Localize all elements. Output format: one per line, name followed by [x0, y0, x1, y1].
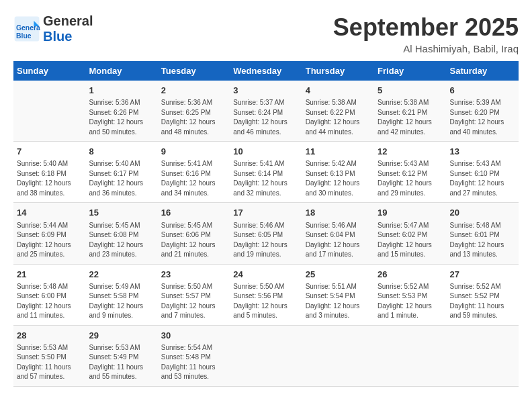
- day-number: 19: [378, 207, 443, 219]
- day-info: Sunrise: 5:36 AM Sunset: 6:26 PM Dayligh…: [89, 98, 154, 137]
- day-info: Sunrise: 5:36 AM Sunset: 6:25 PM Dayligh…: [161, 98, 226, 137]
- day-number: 8: [89, 146, 154, 158]
- calendar-cell: [230, 325, 302, 386]
- day-info: Sunrise: 5:41 AM Sunset: 6:14 PM Dayligh…: [233, 159, 298, 198]
- day-number: 25: [306, 269, 371, 281]
- calendar-cell: [13, 81, 85, 142]
- calendar-cell: 28Sunrise: 5:53 AM Sunset: 5:50 PM Dayli…: [13, 325, 85, 386]
- calendar-cell: 21Sunrise: 5:48 AM Sunset: 6:00 PM Dayli…: [13, 264, 85, 325]
- calendar-cell: 4Sunrise: 5:38 AM Sunset: 6:22 PM Daylig…: [302, 81, 374, 142]
- day-info: Sunrise: 5:46 AM Sunset: 6:05 PM Dayligh…: [233, 221, 298, 260]
- day-info: Sunrise: 5:54 AM Sunset: 5:48 PM Dayligh…: [161, 343, 226, 382]
- calendar-cell: 14Sunrise: 5:44 AM Sunset: 6:09 PM Dayli…: [13, 203, 85, 264]
- day-info: Sunrise: 5:43 AM Sunset: 6:10 PM Dayligh…: [450, 159, 515, 198]
- week-row-5: 28Sunrise: 5:53 AM Sunset: 5:50 PM Dayli…: [13, 325, 519, 386]
- calendar-cell: 1Sunrise: 5:36 AM Sunset: 6:26 PM Daylig…: [85, 81, 157, 142]
- calendar-cell: 8Sunrise: 5:40 AM Sunset: 6:17 PM Daylig…: [85, 142, 157, 203]
- calendar-cell: 5Sunrise: 5:38 AM Sunset: 6:21 PM Daylig…: [374, 81, 446, 142]
- day-info: Sunrise: 5:53 AM Sunset: 5:50 PM Dayligh…: [17, 343, 82, 382]
- day-number: 14: [17, 207, 82, 219]
- day-number: 22: [89, 269, 154, 281]
- day-number: 27: [450, 269, 515, 281]
- day-info: Sunrise: 5:40 AM Sunset: 6:17 PM Dayligh…: [89, 159, 154, 198]
- week-row-2: 7Sunrise: 5:40 AM Sunset: 6:18 PM Daylig…: [13, 142, 519, 203]
- header-day-sunday: Sunday: [13, 61, 85, 81]
- day-number: 15: [89, 207, 154, 219]
- day-number: 30: [161, 330, 226, 342]
- day-number: 26: [378, 269, 443, 281]
- day-number: 12: [378, 146, 443, 158]
- calendar-cell: 13Sunrise: 5:43 AM Sunset: 6:10 PM Dayli…: [447, 142, 519, 203]
- day-number: 11: [306, 146, 371, 158]
- day-info: Sunrise: 5:50 AM Sunset: 5:56 PM Dayligh…: [233, 282, 298, 321]
- day-info: Sunrise: 5:45 AM Sunset: 6:06 PM Dayligh…: [161, 221, 226, 260]
- day-info: Sunrise: 5:41 AM Sunset: 6:16 PM Dayligh…: [161, 159, 226, 198]
- calendar-cell: [302, 325, 374, 386]
- day-number: 29: [89, 330, 154, 342]
- calendar-cell: [447, 325, 519, 386]
- week-row-3: 14Sunrise: 5:44 AM Sunset: 6:09 PM Dayli…: [13, 203, 519, 264]
- calendar-cell: [374, 325, 446, 386]
- calendar-cell: 16Sunrise: 5:45 AM Sunset: 6:06 PM Dayli…: [158, 203, 230, 264]
- month-title: September 2025: [333, 13, 519, 42]
- calendar-cell: 18Sunrise: 5:46 AM Sunset: 6:04 PM Dayli…: [302, 203, 374, 264]
- calendar-cell: 3Sunrise: 5:37 AM Sunset: 6:24 PM Daylig…: [230, 81, 302, 142]
- calendar-cell: 15Sunrise: 5:45 AM Sunset: 6:08 PM Dayli…: [85, 203, 157, 264]
- day-info: Sunrise: 5:38 AM Sunset: 6:22 PM Dayligh…: [306, 98, 371, 137]
- day-number: 3: [233, 85, 298, 97]
- calendar-cell: 19Sunrise: 5:47 AM Sunset: 6:02 PM Dayli…: [374, 203, 446, 264]
- day-number: 20: [450, 207, 515, 219]
- day-info: Sunrise: 5:52 AM Sunset: 5:53 PM Dayligh…: [378, 282, 443, 321]
- location: Al Hashimiyah, Babil, Iraq: [333, 43, 519, 54]
- title-block: September 2025 Al Hashimiyah, Babil, Ira…: [333, 13, 519, 54]
- day-number: 10: [233, 146, 298, 158]
- day-info: Sunrise: 5:53 AM Sunset: 5:49 PM Dayligh…: [89, 343, 154, 382]
- page-header: General Blue General Blue September 2025…: [13, 13, 519, 54]
- calendar-cell: 6Sunrise: 5:39 AM Sunset: 6:20 PM Daylig…: [447, 81, 519, 142]
- calendar-cell: 12Sunrise: 5:43 AM Sunset: 6:12 PM Dayli…: [374, 142, 446, 203]
- header-day-thursday: Thursday: [302, 61, 374, 81]
- day-number: 9: [161, 146, 226, 158]
- calendar-table: SundayMondayTuesdayWednesdayThursdayFrid…: [13, 61, 519, 387]
- week-row-4: 21Sunrise: 5:48 AM Sunset: 6:00 PM Dayli…: [13, 264, 519, 325]
- day-info: Sunrise: 5:38 AM Sunset: 6:21 PM Dayligh…: [378, 98, 443, 137]
- day-info: Sunrise: 5:52 AM Sunset: 5:52 PM Dayligh…: [450, 282, 515, 321]
- calendar-cell: 17Sunrise: 5:46 AM Sunset: 6:05 PM Dayli…: [230, 203, 302, 264]
- calendar-cell: 30Sunrise: 5:54 AM Sunset: 5:48 PM Dayli…: [158, 325, 230, 386]
- day-info: Sunrise: 5:47 AM Sunset: 6:02 PM Dayligh…: [378, 221, 443, 260]
- header-day-monday: Monday: [85, 61, 157, 81]
- day-number: 1: [89, 85, 154, 97]
- day-number: 23: [161, 269, 226, 281]
- day-number: 17: [233, 207, 298, 219]
- day-info: Sunrise: 5:42 AM Sunset: 6:13 PM Dayligh…: [306, 159, 371, 198]
- calendar-cell: 26Sunrise: 5:52 AM Sunset: 5:53 PM Dayli…: [374, 264, 446, 325]
- day-info: Sunrise: 5:37 AM Sunset: 6:24 PM Dayligh…: [233, 98, 298, 137]
- header-day-saturday: Saturday: [447, 61, 519, 81]
- day-number: 16: [161, 207, 226, 219]
- week-row-1: 1Sunrise: 5:36 AM Sunset: 6:26 PM Daylig…: [13, 81, 519, 142]
- day-info: Sunrise: 5:43 AM Sunset: 6:12 PM Dayligh…: [378, 159, 443, 198]
- day-info: Sunrise: 5:45 AM Sunset: 6:08 PM Dayligh…: [89, 221, 154, 260]
- day-info: Sunrise: 5:40 AM Sunset: 6:18 PM Dayligh…: [17, 159, 82, 198]
- day-number: 18: [306, 207, 371, 219]
- header-day-friday: Friday: [374, 61, 446, 81]
- calendar-cell: 11Sunrise: 5:42 AM Sunset: 6:13 PM Dayli…: [302, 142, 374, 203]
- day-info: Sunrise: 5:39 AM Sunset: 6:20 PM Dayligh…: [450, 98, 515, 137]
- day-info: Sunrise: 5:46 AM Sunset: 6:04 PM Dayligh…: [306, 221, 371, 260]
- day-number: 21: [17, 269, 82, 281]
- day-number: 4: [306, 85, 371, 97]
- day-info: Sunrise: 5:48 AM Sunset: 6:01 PM Dayligh…: [450, 221, 515, 260]
- calendar-cell: 25Sunrise: 5:51 AM Sunset: 5:54 PM Dayli…: [302, 264, 374, 325]
- day-number: 24: [233, 269, 298, 281]
- calendar-cell: 9Sunrise: 5:41 AM Sunset: 6:16 PM Daylig…: [158, 142, 230, 203]
- day-info: Sunrise: 5:50 AM Sunset: 5:57 PM Dayligh…: [161, 282, 226, 321]
- day-info: Sunrise: 5:48 AM Sunset: 6:00 PM Dayligh…: [17, 282, 82, 321]
- day-number: 28: [17, 330, 82, 342]
- day-info: Sunrise: 5:44 AM Sunset: 6:09 PM Dayligh…: [17, 221, 82, 260]
- calendar-cell: 27Sunrise: 5:52 AM Sunset: 5:52 PM Dayli…: [447, 264, 519, 325]
- day-number: 6: [450, 85, 515, 97]
- calendar-cell: 20Sunrise: 5:48 AM Sunset: 6:01 PM Dayli…: [447, 203, 519, 264]
- calendar-cell: 23Sunrise: 5:50 AM Sunset: 5:57 PM Dayli…: [158, 264, 230, 325]
- day-info: Sunrise: 5:51 AM Sunset: 5:54 PM Dayligh…: [306, 282, 371, 321]
- logo-icon: General Blue: [13, 15, 40, 42]
